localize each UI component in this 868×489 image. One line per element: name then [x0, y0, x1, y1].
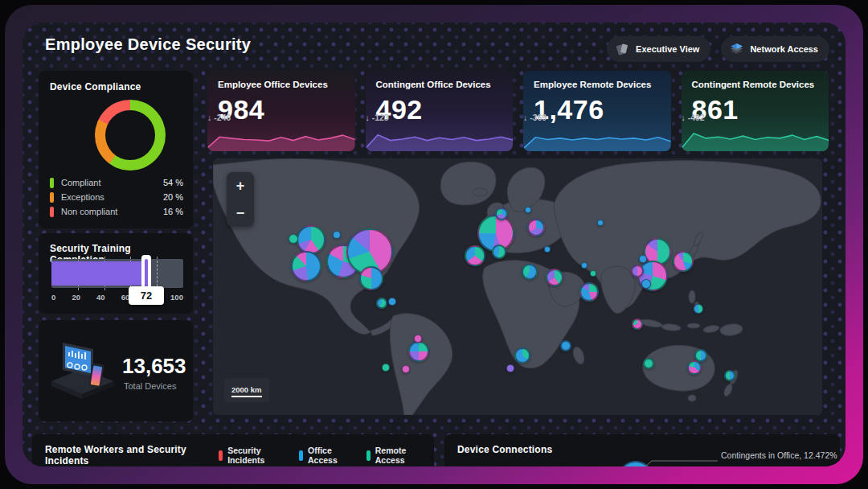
map-pie-marker[interactable]: [291, 251, 321, 281]
legend-swatch-exceptions: [50, 192, 54, 203]
map-dot-marker[interactable]: [289, 234, 298, 244]
map-dot-marker[interactable]: [560, 340, 571, 351]
map-dot-marker[interactable]: [641, 279, 651, 289]
screen: Employee Device Security Executive View: [0, 0, 868, 489]
device-compliance-title: Device Compliance: [50, 81, 182, 92]
kpi-delta: ↓ -246: [207, 113, 231, 122]
map-pie-marker[interactable]: [297, 225, 326, 254]
legend-label: Exceptions: [61, 192, 163, 202]
legend-label: Compliant: [61, 178, 163, 187]
map-dot-marker[interactable]: [544, 246, 551, 253]
map-pie-marker[interactable]: [522, 264, 538, 280]
map-pie-marker[interactable]: [495, 208, 508, 220]
map-dot-marker[interactable]: [333, 231, 341, 239]
total-devices-panel: 13,653 Total Devices: [39, 320, 193, 421]
legend-row-non-compliant: Non compliant 16 %: [50, 204, 183, 219]
kpi-delta: ↓ -492: [682, 113, 705, 122]
legend-swatch-compliant: [50, 178, 54, 188]
map-pie-marker[interactable]: [687, 360, 702, 375]
legend-swatch: [219, 450, 223, 461]
map-pie-marker[interactable]: [527, 219, 545, 236]
map-dot-marker[interactable]: [402, 365, 410, 373]
kpi-card-employee-remote[interactable]: Employee Remote Devices 1,476 ↓ -369: [523, 71, 671, 151]
legend-item-office-access: Office Access: [299, 446, 349, 465]
header-actions: Executive View Network Access: [607, 36, 829, 62]
annotation-connector: [636, 454, 719, 466]
legend-swatch: [299, 450, 303, 461]
training-slider: [51, 259, 183, 288]
kpi-sparkline: [523, 125, 671, 151]
world-map-panel: + − 2000 km: [213, 158, 822, 415]
laptop-illustration: [45, 331, 119, 412]
map-dot-marker[interactable]: [581, 262, 588, 269]
legend-label: Office Access: [308, 446, 349, 465]
total-devices-label: Total Devices: [124, 381, 176, 391]
map-dot-marker[interactable]: [388, 298, 396, 306]
map-pie-marker[interactable]: [579, 282, 599, 302]
remote-workers-legend: Security Incidents Office Access Remote …: [219, 446, 421, 465]
legend-label: Security Incidents: [227, 446, 281, 465]
pie-annotation: Contingents in Office, 12.472%: [721, 450, 837, 460]
map-pie-marker[interactable]: [694, 304, 703, 314]
map-pie-marker[interactable]: [514, 347, 530, 364]
map-pie-marker[interactable]: [631, 265, 644, 277]
network-access-button[interactable]: Network Access: [721, 36, 829, 62]
slider-value-tooltip: 72: [129, 286, 164, 305]
page-title: Employee Device Security: [45, 35, 251, 54]
map-pie-marker[interactable]: [546, 269, 563, 286]
legend-item-remote-access: Remote Access: [366, 446, 421, 465]
compliance-legend: Compliant 54 % Exceptions 20 % Non compl…: [50, 175, 183, 219]
kpi-cards-row: Employee Office Devices 984 ↓ -246 Conti…: [207, 71, 829, 151]
security-training-panel: Security Training Completion 02040608010…: [39, 233, 193, 314]
kpi-card-employee-office[interactable]: Employee Office Devices 984 ↓ -246: [207, 71, 355, 151]
executive-view-button[interactable]: Executive View: [607, 36, 710, 62]
tick-label: 20: [72, 293, 80, 302]
kpi-card-contingent-office[interactable]: Contingent Office Devices 492 ↓ -123: [366, 71, 514, 151]
legend-label: Remote Access: [375, 446, 421, 465]
kpi-delta: ↓ -369: [523, 113, 547, 122]
total-devices-value: 13,653: [122, 354, 186, 379]
map-dot-marker[interactable]: [597, 220, 604, 226]
map-scale: 2000 km: [224, 378, 269, 402]
map-dot-marker[interactable]: [506, 364, 514, 372]
map-pie-marker[interactable]: [376, 298, 387, 309]
tick-label: 100: [170, 293, 183, 302]
legend-value: 16 %: [163, 207, 183, 216]
map-pie-marker[interactable]: [359, 266, 383, 290]
map-pie-marker[interactable]: [492, 244, 506, 259]
kpi-title: Employee Office Devices: [218, 80, 328, 89]
map-dot-marker[interactable]: [639, 255, 647, 263]
kpi-card-contingent-remote[interactable]: Contingent Remote Devices 861 ↓ -492: [682, 71, 829, 151]
kpi-title: Contingent Office Devices: [376, 80, 491, 89]
legend-value: 20 %: [163, 192, 183, 202]
map-pie-marker[interactable]: [724, 370, 735, 381]
kpi-sparkline: [682, 125, 829, 151]
legend-value: 54 %: [163, 178, 183, 187]
legend-swatch: [366, 450, 371, 461]
kpi-sparkline: [366, 125, 514, 151]
device-connections-panel: Device Connections Contingents in Office…: [444, 434, 840, 466]
zoom-in-button[interactable]: +: [227, 172, 254, 199]
map-pie-marker[interactable]: [408, 341, 429, 362]
map-dot-marker[interactable]: [414, 335, 422, 343]
device-compliance-panel: Device Compliance Compliant 54 % Excepti…: [39, 71, 193, 228]
network-access-icon: [729, 42, 744, 57]
kpi-title: Employee Remote Devices: [534, 80, 651, 89]
map-pie-marker[interactable]: [673, 251, 694, 272]
legend-item-security-incidents: Security Incidents: [219, 446, 281, 465]
executive-view-label: Executive View: [636, 44, 699, 54]
remote-workers-title: Remote Workers and Security Incidents: [45, 444, 193, 466]
legend-row-compliant: Compliant 54 %: [50, 175, 183, 190]
remote-workers-panel: Remote Workers and Security Incidents Se…: [32, 434, 434, 466]
tick-label: 0: [51, 293, 55, 302]
map-dot-marker[interactable]: [643, 358, 654, 369]
kpi-delta: ↓ -123: [366, 113, 389, 122]
zoom-out-button[interactable]: −: [227, 199, 254, 227]
map-dot-marker[interactable]: [382, 364, 390, 372]
map-dot-marker[interactable]: [590, 270, 596, 277]
map-pie-marker[interactable]: [465, 245, 485, 266]
map-pie-marker[interactable]: [632, 318, 643, 330]
compliance-donut-chart[interactable]: [95, 100, 166, 171]
map-dot-marker[interactable]: [525, 207, 531, 213]
kpi-title: Contingent Remote Devices: [692, 80, 815, 89]
